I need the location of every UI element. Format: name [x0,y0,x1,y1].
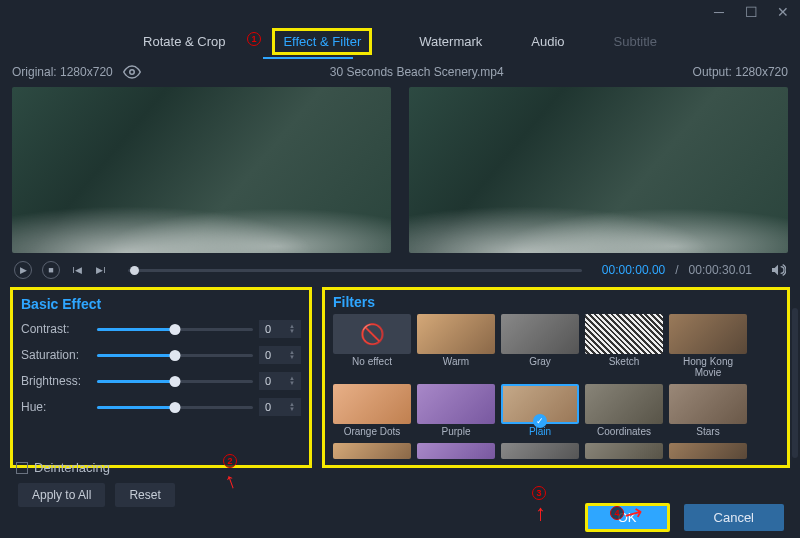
filter-extra-row[interactable] [585,443,663,459]
deinterlacing-checkbox[interactable] [16,462,28,474]
callout-3: 3 [532,486,546,500]
basic-effect-panel: Basic Effect Contrast: 0▲▼ Saturation: 0… [10,287,312,468]
callout-2: 2 [223,454,237,468]
basic-effect-title: Basic Effect [21,296,301,312]
check-icon: ✓ [533,414,547,428]
tab-underline [263,57,353,59]
output-preview [409,87,788,253]
preview-area [0,83,800,255]
filter-purple[interactable]: Purple [417,384,495,437]
hue-label: Hue: [21,400,91,414]
filter-orange-dots[interactable]: Orange Dots [333,384,411,437]
original-preview [12,87,391,253]
editor-tabs: Rotate & Crop Effect & Filter Watermark … [0,28,800,55]
volume-icon[interactable] [770,262,786,278]
hue-spinner[interactable]: ▲▼ [289,402,295,412]
contrast-value[interactable]: 0▲▼ [259,320,301,338]
filter-extra-row[interactable] [333,443,411,459]
preview-info-bar: Original: 1280x720 30 Seconds Beach Scen… [0,61,800,83]
contrast-spinner[interactable]: ▲▼ [289,324,295,334]
filters-panel: Filters No effect Warm Gray Sketch Hong … [322,287,790,468]
svg-point-0 [129,70,134,75]
filter-hong-kong-movie[interactable]: Hong Kong Movie [669,314,747,378]
original-size-label: Original: 1280x720 [12,65,113,79]
duration: 00:00:30.01 [689,263,752,277]
saturation-spinner[interactable]: ▲▼ [289,350,295,360]
playback-controls: ▶ ■ I◀ ▶I 00:00:00.00/00:00:30.01 [0,255,800,285]
saturation-row: Saturation: 0▲▼ [21,346,301,364]
brightness-spinner[interactable]: ▲▼ [289,376,295,386]
minimize-button[interactable]: ─ [712,5,726,19]
next-frame-button[interactable]: ▶I [94,261,108,279]
prev-frame-button[interactable]: I◀ [70,261,84,279]
current-time: 00:00:00.00 [602,263,665,277]
tab-watermark[interactable]: Watermark [417,28,484,55]
hue-row: Hue: 0▲▼ [21,398,301,416]
play-button[interactable]: ▶ [14,261,32,279]
filter-gray[interactable]: Gray [501,314,579,378]
close-button[interactable]: ✕ [776,5,790,19]
brightness-thumb[interactable] [170,376,181,387]
cancel-button[interactable]: Cancel [684,504,784,531]
brightness-value[interactable]: 0▲▼ [259,372,301,390]
filter-extra-row[interactable] [669,443,747,459]
hue-slider[interactable] [97,406,253,409]
toggle-preview-icon[interactable] [123,63,141,81]
saturation-slider[interactable] [97,354,253,357]
output-size-label: Output: 1280x720 [693,65,788,79]
apply-to-all-button[interactable]: Apply to All [18,483,105,507]
deinterlacing-label: Deinterlacing [34,460,110,475]
tab-audio[interactable]: Audio [529,28,566,55]
filter-extra-row[interactable] [417,443,495,459]
filter-no-effect[interactable]: No effect [333,314,411,378]
hue-thumb[interactable] [170,402,181,413]
tab-rotate-crop[interactable]: Rotate & Crop [141,28,227,55]
callout-1: 1 [247,32,261,46]
filter-warm[interactable]: Warm [417,314,495,378]
brightness-label: Brightness: [21,374,91,388]
progress-thumb[interactable] [130,266,139,275]
filter-extra-row[interactable] [501,443,579,459]
hue-value[interactable]: 0▲▼ [259,398,301,416]
stop-button[interactable]: ■ [42,261,60,279]
saturation-label: Saturation: [21,348,91,362]
filter-coordinates[interactable]: Coordinates [585,384,663,437]
arrow-icon: ↑ [535,500,546,526]
vertical-scrollbar[interactable] [792,308,798,458]
filter-sketch[interactable]: Sketch [585,314,663,378]
filter-stars[interactable]: Stars [669,384,747,437]
saturation-thumb[interactable] [170,350,181,361]
saturation-value[interactable]: 0▲▼ [259,346,301,364]
time-separator: / [675,263,678,277]
window-titlebar: ─ ☐ ✕ [0,0,800,24]
maximize-button[interactable]: ☐ [744,5,758,19]
filter-plain[interactable]: ✓Plain [501,384,579,437]
reset-button[interactable]: Reset [115,483,174,507]
brightness-row: Brightness: 0▲▼ [21,372,301,390]
playback-progress[interactable] [128,269,582,272]
tab-effect-filter[interactable]: Effect & Filter [272,28,372,55]
tab-subtitle: Subtitle [612,28,659,55]
contrast-thumb[interactable] [170,324,181,335]
contrast-row: Contrast: 0▲▼ [21,320,301,338]
filters-title: Filters [333,294,779,310]
deinterlacing-row[interactable]: Deinterlacing [16,460,175,475]
contrast-slider[interactable] [97,328,253,331]
brightness-slider[interactable] [97,380,253,383]
contrast-label: Contrast: [21,322,91,336]
filter-grid: No effect Warm Gray Sketch Hong Kong Mov… [333,314,779,459]
filename-label: 30 Seconds Beach Scenery.mp4 [330,65,504,79]
